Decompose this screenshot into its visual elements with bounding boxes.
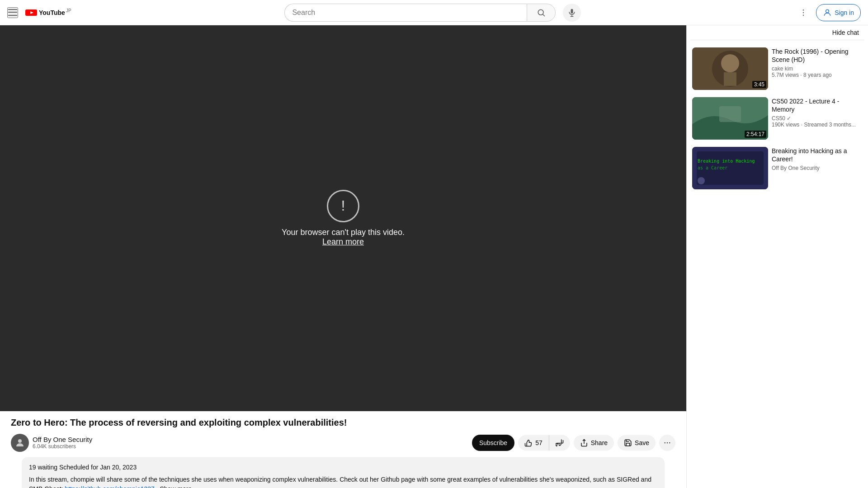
channel-avatar-icon: [14, 437, 25, 448]
svg-text:YouTube: YouTube: [39, 9, 65, 16]
sign-in-label: Sign in: [835, 9, 854, 16]
like-dislike-group: 57: [518, 435, 570, 450]
mic-icon: [567, 8, 576, 17]
hide-chat-bar: Hide chat: [690, 25, 864, 40]
rec-title-1: The Rock (1996) - Opening Scene (HD): [772, 47, 863, 64]
video-duration-2: 2:54:17: [745, 131, 766, 138]
video-player[interactable]: ! Your browser can't play this video. Le…: [0, 25, 686, 411]
account-icon: [823, 8, 832, 17]
rec-title-3: Breaking into Hacking as a Career!: [772, 147, 863, 163]
dislike-button[interactable]: [549, 435, 570, 450]
thumbs-down-icon: [556, 439, 564, 447]
vertical-dots-icon: [799, 8, 808, 17]
sign-in-button[interactable]: Sign in: [816, 4, 861, 21]
svg-rect-5: [571, 9, 573, 13]
save-icon: [624, 439, 632, 447]
svg-text:as a Career: as a Career: [698, 165, 727, 170]
recommended-list: 3:45 The Rock (1996) - Opening Scene (HD…: [690, 44, 864, 193]
share-label: Share: [591, 439, 608, 446]
like-button[interactable]: 57: [518, 435, 549, 450]
hamburger-menu-button[interactable]: [7, 7, 18, 18]
svg-point-10: [803, 14, 804, 16]
channel-name[interactable]: Off By One Security: [33, 436, 463, 443]
channel-info: Off By One Security 6.04K subscribers: [33, 436, 463, 450]
search-button[interactable]: [527, 4, 556, 22]
rec-title-2: CS50 2022 - Lecture 4 - Memory: [772, 97, 863, 113]
description-link[interactable]: https://github.com/chompie1337: [65, 485, 154, 488]
rec-channel-2: CS50 ✓: [772, 115, 863, 122]
subscribe-button[interactable]: Subscribe: [472, 435, 514, 451]
hide-chat-button[interactable]: Hide chat: [832, 29, 859, 36]
save-label: Save: [635, 439, 649, 446]
svg-line-4: [543, 14, 545, 16]
svg-point-13: [665, 442, 665, 443]
search-icon: [537, 8, 546, 17]
svg-point-14: [667, 442, 668, 443]
header-left: YouTube JP: [7, 7, 71, 18]
channel-subscribers: 6.04K subscribers: [33, 443, 463, 450]
share-icon: [580, 439, 588, 447]
sidebar: Hide chat 3:45 The Rock (1996) - Opening…: [686, 25, 868, 488]
svg-point-18: [721, 54, 739, 72]
more-options-button[interactable]: [794, 4, 812, 22]
more-actions-button[interactable]: [659, 435, 675, 451]
youtube-logo[interactable]: YouTube JP: [25, 8, 71, 17]
save-button[interactable]: Save: [618, 435, 656, 450]
logo-jp-text: JP: [66, 8, 71, 13]
thumbnail-2: 2:54:17: [692, 97, 768, 140]
like-count: 57: [535, 439, 542, 446]
video-meta-row: Off By One Security 6.04K subscribers Su…: [11, 434, 675, 452]
header-right: Sign in: [794, 4, 861, 22]
rec-meta-1: 5.7M views · 8 years ago: [772, 72, 863, 78]
rec-meta-2: 190K views · Streamed 3 months...: [772, 122, 863, 128]
recommended-item[interactable]: 3:45 The Rock (1996) - Opening Scene (HD…: [690, 44, 864, 94]
channel-avatar: [11, 434, 29, 452]
thumbnail-image-3: Breaking into Hacking as a Career: [692, 147, 768, 189]
header-center: [79, 4, 788, 22]
video-error-overlay: ! Your browser can't play this video. Le…: [282, 190, 405, 247]
search-form: [284, 4, 556, 22]
scheduled-meta: 19 waiting Scheduled for Jan 20, 2023: [29, 463, 657, 472]
learn-more-link[interactable]: Learn more: [322, 237, 364, 246]
thumbnail-3: Breaking into Hacking as a Career: [692, 147, 768, 189]
svg-rect-21: [719, 106, 741, 122]
video-section: ! Your browser can't play this video. Le…: [0, 25, 686, 488]
header: YouTube JP: [0, 0, 868, 25]
error-text: Your browser can't play this video.: [282, 228, 405, 237]
rec-info-2: CS50 2022 - Lecture 4 - Memory CS50 ✓ 19…: [772, 97, 863, 140]
svg-point-15: [669, 442, 670, 443]
action-buttons: 57 Share: [518, 435, 675, 451]
main-layout: ! Your browser can't play this video. Le…: [0, 25, 868, 488]
recommended-item[interactable]: 2:54:17 CS50 2022 - Lecture 4 - Memory C…: [690, 94, 864, 143]
recommended-item[interactable]: Breaking into Hacking as a Career Breaki…: [690, 143, 864, 193]
show-more-button[interactable]: Show more: [160, 485, 192, 488]
voice-search-button[interactable]: [563, 4, 581, 22]
svg-rect-19: [724, 72, 736, 86]
svg-point-11: [826, 9, 829, 13]
video-duration-1: 3:45: [752, 81, 766, 88]
rec-info-3: Breaking into Hacking as a Career! Off B…: [772, 147, 863, 189]
error-message: Your browser can't play this video. Lear…: [282, 228, 405, 247]
rec-info-1: The Rock (1996) - Opening Scene (HD) cak…: [772, 47, 863, 90]
video-info: Zero to Hero: The process of reversing a…: [0, 411, 686, 488]
youtube-logo-icon: YouTube: [25, 8, 66, 17]
thumbs-up-icon: [524, 439, 533, 447]
share-button[interactable]: Share: [574, 435, 614, 450]
exclamation-icon: !: [341, 197, 345, 214]
video-title: Zero to Hero: The process of reversing a…: [11, 417, 675, 428]
verified-badge-2: ✓: [787, 115, 791, 122]
search-input[interactable]: [284, 4, 527, 22]
dots-icon: [663, 439, 671, 447]
svg-point-9: [803, 12, 804, 13]
description-box: 19 waiting Scheduled for Jan 20, 2023 In…: [22, 457, 665, 488]
rec-channel-1: cake kim: [772, 66, 863, 72]
rec-channel-3: Off By One Security: [772, 165, 863, 171]
svg-point-12: [18, 439, 22, 443]
svg-text:Breaking into Hacking: Breaking into Hacking: [698, 159, 755, 164]
svg-point-8: [803, 9, 804, 10]
svg-point-26: [698, 177, 705, 184]
error-circle: !: [327, 190, 359, 222]
thumbnail-1: 3:45: [692, 47, 768, 90]
